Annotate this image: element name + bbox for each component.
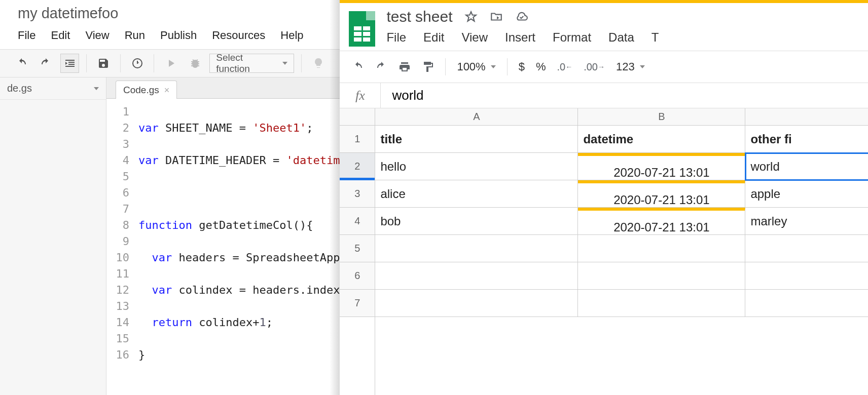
grid-body: A B title datetime other fi hello 2020-0…: [375, 108, 868, 395]
tab-label: Code.gs: [123, 85, 159, 96]
save-button[interactable]: [94, 54, 113, 73]
script-menubar: File Edit View Run Publish Resources Hel…: [0, 26, 340, 49]
separator: [120, 54, 121, 72]
star-icon[interactable]: [464, 10, 478, 23]
cell-active[interactable]: world: [745, 153, 868, 180]
row-header[interactable]: 6: [340, 262, 375, 290]
sheets-menubar: File Edit View Insert Format Data T: [386, 25, 868, 51]
increase-decimal-button[interactable]: .00→: [584, 61, 605, 73]
cell[interactable]: other fi: [745, 126, 868, 153]
separator: [507, 58, 508, 75]
undo-button[interactable]: [352, 61, 364, 73]
menu-edit[interactable]: Edit: [51, 29, 70, 42]
separator: [445, 58, 446, 75]
move-icon[interactable]: [490, 10, 503, 23]
paint-format-button[interactable]: [422, 61, 434, 73]
function-select[interactable]: Select function: [209, 54, 294, 73]
cell[interactable]: title: [375, 126, 578, 153]
chevron-down-icon: [640, 65, 645, 68]
separator: [86, 54, 87, 72]
menu-t[interactable]: T: [652, 30, 659, 45]
script-workarea: de.gs Code.gs × 12345678910111213141516 …: [0, 77, 340, 395]
cell[interactable]: [375, 262, 578, 290]
table-row: [375, 262, 868, 290]
tab-bar: Code.gs ×: [106, 77, 340, 99]
row-header[interactable]: 1: [340, 126, 375, 153]
fx-icon[interactable]: fx: [340, 88, 380, 103]
cloud-saved-icon[interactable]: [515, 10, 528, 23]
menu-view[interactable]: View: [461, 30, 488, 45]
indent-button[interactable]: [60, 54, 80, 73]
cell[interactable]: marley: [745, 208, 868, 235]
cell[interactable]: 2020-07-21 13:01: [578, 180, 745, 208]
menu-data[interactable]: Data: [608, 30, 634, 45]
row-header[interactable]: 3: [340, 180, 375, 208]
menu-resources[interactable]: Resources: [212, 29, 265, 42]
sidebar-file-item[interactable]: de.gs: [0, 77, 106, 100]
cell[interactable]: 2020-07-21 13:01: [578, 153, 745, 180]
column-headers: A B: [375, 108, 868, 126]
menu-insert[interactable]: Insert: [505, 30, 535, 45]
undo-button[interactable]: [12, 54, 31, 73]
code-lines: var SHEET_NAME = 'Sheet1'; var DATETIME_…: [134, 99, 340, 395]
cell[interactable]: bob: [375, 208, 578, 235]
cell[interactable]: [375, 290, 578, 317]
close-tab-icon[interactable]: ×: [164, 85, 170, 96]
menu-file[interactable]: File: [18, 29, 35, 42]
menu-run[interactable]: Run: [125, 29, 145, 42]
row-header[interactable]: 4: [340, 208, 375, 235]
percent-button[interactable]: %: [536, 60, 546, 73]
doc-title[interactable]: test sheet: [386, 8, 452, 25]
redo-button[interactable]: [375, 61, 387, 73]
row-header[interactable]: 2: [340, 153, 375, 180]
decrease-decimal-button[interactable]: .0←: [557, 61, 572, 73]
sidebar-file-label: de.gs: [7, 83, 32, 94]
run-button[interactable]: [161, 54, 180, 73]
debug-button[interactable]: [186, 54, 204, 73]
cell[interactable]: [578, 262, 745, 290]
table-row: title datetime other fi: [375, 126, 868, 153]
currency-button[interactable]: $: [519, 60, 525, 73]
row-header[interactable]: 7: [340, 290, 375, 317]
lightbulb-button[interactable]: [309, 54, 328, 73]
cell[interactable]: alice: [375, 180, 578, 208]
cell[interactable]: [375, 235, 578, 262]
doc-header: test sheet File Edit View Insert Format …: [340, 3, 868, 51]
zoom-select[interactable]: 100%: [457, 60, 495, 73]
chevron-down-icon: [491, 65, 496, 68]
menu-help[interactable]: Help: [280, 29, 303, 42]
menu-edit[interactable]: Edit: [423, 30, 444, 45]
triggers-button[interactable]: [128, 54, 147, 73]
editor-tab[interactable]: Code.gs ×: [116, 81, 177, 99]
code-area[interactable]: 12345678910111213141516 var SHEET_NAME =…: [106, 99, 340, 395]
cell[interactable]: [578, 235, 745, 262]
cell[interactable]: [745, 290, 868, 317]
chevron-down-icon: [94, 87, 99, 90]
col-header[interactable]: [745, 108, 868, 126]
cell[interactable]: [745, 262, 868, 290]
col-header[interactable]: B: [578, 108, 745, 126]
menu-view[interactable]: View: [85, 29, 109, 42]
col-header[interactable]: A: [375, 108, 578, 126]
cell[interactable]: hello: [375, 153, 578, 180]
menu-publish[interactable]: Publish: [160, 29, 197, 42]
menu-format[interactable]: Format: [553, 30, 591, 45]
cell[interactable]: [578, 290, 745, 317]
number-format-select[interactable]: 123: [616, 60, 645, 73]
menu-file[interactable]: File: [386, 30, 406, 45]
separator: [301, 54, 302, 72]
formula-input[interactable]: world: [381, 88, 423, 103]
cell[interactable]: apple: [745, 180, 868, 208]
cell[interactable]: [745, 235, 868, 262]
cell[interactable]: datetime: [578, 126, 745, 153]
select-all-corner[interactable]: [340, 108, 375, 126]
sheets-logo-icon[interactable]: [349, 11, 375, 47]
table-row: [375, 235, 868, 262]
redo-button[interactable]: [36, 54, 55, 73]
cell[interactable]: 2020-07-21 13:01: [578, 208, 745, 235]
table-row: hello 2020-07-21 13:01 world: [375, 153, 868, 180]
separator: [154, 54, 154, 72]
project-title[interactable]: my datetimefoo: [0, 0, 340, 26]
print-button[interactable]: [399, 61, 411, 73]
row-header[interactable]: 5: [340, 235, 375, 262]
